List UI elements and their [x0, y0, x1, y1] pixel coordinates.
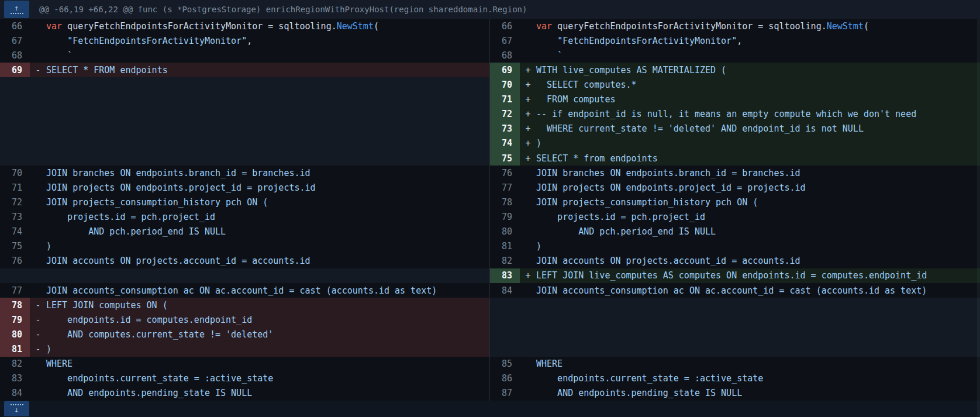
line-number[interactable]: 66: [490, 19, 520, 33]
line-number[interactable]: 80: [490, 225, 520, 239]
new-diff-line-81: 81): [490, 239, 980, 254]
new-diff-line-66: 66var queryFetchEndpointsForActivityMoni…: [490, 19, 980, 33]
line-number[interactable]: 74: [0, 225, 30, 239]
line-number[interactable]: 68: [0, 48, 30, 63]
change-marker: [30, 48, 46, 63]
line-number[interactable]: 68: [490, 48, 520, 63]
change-marker: [30, 180, 46, 195]
change-marker: [30, 209, 46, 224]
line-number[interactable]: 83: [490, 268, 520, 283]
change-marker: +: [520, 122, 536, 136]
line-number[interactable]: 79: [490, 209, 520, 224]
line-number[interactable]: 69: [490, 63, 520, 77]
line-number[interactable]: 81: [0, 342, 30, 356]
filler-row: [0, 107, 489, 122]
new-code-pane: 66var queryFetchEndpointsForActivityMoni…: [490, 19, 980, 401]
code-text: "FetchEndpointsForActivityMonitor",: [536, 33, 742, 48]
code-text: projects.id = pch.project_id: [536, 209, 705, 224]
line-number[interactable]: 77: [490, 180, 520, 195]
line-number[interactable]: 73: [490, 122, 520, 136]
expand-up-button[interactable]: ↑: [4, 1, 29, 18]
line-number[interactable]: 78: [0, 298, 30, 312]
old-diff-line-69: 69-SELECT * FROM endpoints: [0, 63, 489, 77]
change-marker: +: [520, 77, 536, 92]
new-diff-line-74: 74+): [490, 136, 980, 151]
filler-row: [490, 327, 980, 342]
code-text: ): [46, 239, 51, 254]
line-number[interactable]: 76: [490, 166, 520, 180]
change-marker: [30, 33, 46, 48]
line-number[interactable]: 66: [0, 19, 30, 33]
change-marker: -: [30, 327, 46, 342]
line-number[interactable]: 70: [490, 77, 520, 92]
filler-row: [0, 122, 489, 136]
code-text: ): [46, 342, 51, 356]
code-text: endpoints.id = computes.endpoint_id: [46, 312, 252, 327]
dotted-line-icon: [11, 13, 23, 14]
old-diff-line-80: 80- AND computes.current_state != 'delet…: [0, 327, 489, 342]
line-number[interactable]: 87: [490, 386, 520, 401]
old-diff-line-75: 75): [0, 239, 489, 254]
scrollbar-track[interactable]: [977, 19, 980, 417]
line-number[interactable]: 76: [0, 254, 30, 268]
change-marker: [30, 195, 46, 209]
old-diff-line-68: 68 `: [0, 48, 489, 63]
line-number[interactable]: 75: [490, 151, 520, 166]
line-number[interactable]: 71: [0, 180, 30, 195]
change-marker: [30, 357, 46, 371]
code-text: WHERE: [536, 357, 563, 371]
line-number[interactable]: 72: [490, 107, 520, 122]
line-number[interactable]: 82: [0, 357, 30, 371]
change-marker: [30, 371, 46, 386]
line-number[interactable]: 75: [0, 239, 30, 254]
filler-row: [0, 77, 489, 92]
new-diff-line-68: 68 `: [490, 48, 980, 63]
new-diff-line-78: 78JOIN projects_consumption_history pch …: [490, 195, 980, 209]
line-number[interactable]: 84: [490, 283, 520, 298]
change-marker: [30, 166, 46, 180]
code-text: JOIN accounts ON projects.account_id = a…: [536, 254, 800, 268]
line-number[interactable]: 78: [490, 195, 520, 209]
code-text: WHERE: [46, 357, 73, 371]
line-number[interactable]: 79: [0, 312, 30, 327]
expand-down-button[interactable]: ↓: [4, 401, 29, 416]
new-diff-line-73: 73+ WHERE current_state != 'deleted' AND…: [490, 122, 980, 136]
old-diff-line-81: 81-): [0, 342, 489, 356]
change-marker: -: [30, 63, 46, 77]
code-text: AND pch.period_end IS NULL: [536, 225, 716, 239]
line-number[interactable]: 82: [490, 254, 520, 268]
new-diff-line-76: 76JOIN branches ON endpoints.branch_id =…: [490, 166, 980, 180]
line-number[interactable]: 74: [490, 136, 520, 151]
line-number[interactable]: 67: [490, 33, 520, 48]
line-number[interactable]: 72: [0, 195, 30, 209]
code-text: JOIN projects ON endpoints.project_id = …: [46, 180, 316, 195]
code-text: JOIN accounts_consumption ac ON ac.accou…: [536, 283, 927, 298]
line-number[interactable]: 77: [0, 283, 30, 298]
line-number[interactable]: 69: [0, 63, 30, 77]
line-number[interactable]: 73: [0, 209, 30, 224]
line-number[interactable]: 83: [0, 371, 30, 386]
change-marker: [520, 180, 536, 195]
old-code-pane: 66var queryFetchEndpointsForActivityMoni…: [0, 19, 490, 401]
code-text: JOIN accounts ON projects.account_id = a…: [46, 254, 310, 268]
split-diff-view: 66var queryFetchEndpointsForActivityMoni…: [0, 19, 980, 401]
bottom-expand-bar: ↓: [0, 401, 980, 417]
filler-row: [0, 151, 489, 166]
line-number[interactable]: 81: [490, 239, 520, 254]
expand-down-icon: ↓: [15, 406, 19, 413]
line-number[interactable]: 86: [490, 371, 520, 386]
line-number[interactable]: 71: [490, 92, 520, 107]
code-text: LEFT JOIN computes ON (: [46, 298, 168, 312]
line-number[interactable]: 84: [0, 386, 30, 401]
old-diff-line-76: 76JOIN accounts ON projects.account_id =…: [0, 254, 489, 268]
line-number[interactable]: 85: [490, 357, 520, 371]
change-marker: +: [520, 92, 536, 107]
code-text: endpoints.current_state = :active_state: [46, 371, 273, 386]
line-number[interactable]: 67: [0, 33, 30, 48]
line-number[interactable]: 70: [0, 166, 30, 180]
expand-up-icon: ↑: [15, 5, 19, 12]
new-diff-line-80: 80 AND pch.period_end IS NULL: [490, 225, 980, 239]
code-text: JOIN accounts_consumption ac ON ac.accou…: [46, 283, 437, 298]
line-number[interactable]: 80: [0, 327, 30, 342]
new-diff-line-85: 85WHERE: [490, 357, 980, 371]
